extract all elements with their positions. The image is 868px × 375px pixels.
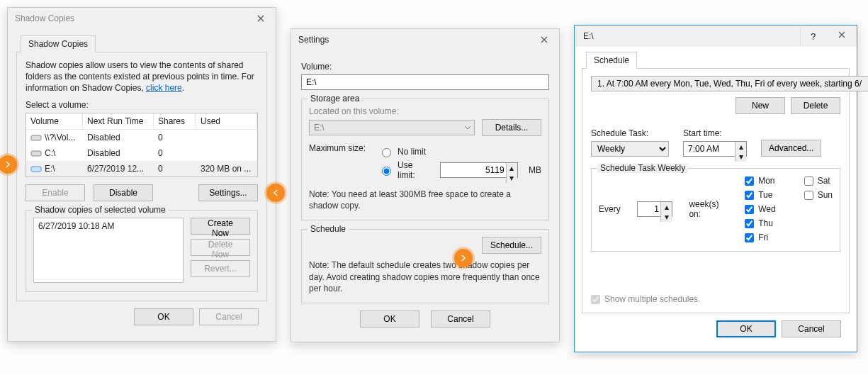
create-now-button[interactable]: Create Now [191,218,250,235]
callout-marker-schedule [454,249,473,267]
tab-schedule[interactable]: Schedule [586,52,637,69]
enable-button[interactable]: Enable [26,184,85,201]
day-sat[interactable]: Sat [804,176,833,186]
shadow-copies-dialog: Shadow Copies Shadow Copies Shadow copie… [7,7,276,342]
start-time-spinner[interactable]: ▴▾ [683,141,747,157]
intro-part1: Shadow copies allow users to view the co… [26,60,254,93]
cell-vol: \\?\Vol... [45,133,75,142]
close-icon[interactable] [249,11,273,26]
cell-nrt: Disabled [83,145,154,161]
settings-dialog: Settings Volume: Storage area Located on… [291,28,560,342]
size-spinner[interactable]: ▴▾ [440,162,518,178]
ok-button[interactable]: OK [716,320,776,337]
cell-vol: C:\ [45,148,55,158]
spin-down-icon[interactable]: ▾ [660,212,672,222]
selected-volume-group: Shadow copies of selected volume 6/27/20… [26,210,258,292]
table-header: Volume Next Run Time Shares Used [26,113,257,130]
new-button[interactable]: New [735,97,785,114]
revert-button[interactable]: Revert... [191,260,250,277]
schedule-button[interactable]: Schedule... [482,237,541,254]
no-limit-label: No limit [398,147,426,157]
drive-icon [30,133,42,142]
snapshot-list[interactable]: 6/27/2019 10:18 AM [33,218,184,283]
day-mon[interactable]: Mon [745,176,775,186]
cell-sh: 0 [154,145,196,161]
drive-icon [30,164,42,173]
task-label: Schedule Task: [591,128,669,138]
titlebar: Settings [291,29,559,50]
multi-label: Show multiple schedules. [604,294,700,304]
advanced-button[interactable]: Advanced... [761,140,821,157]
storage-note: Note: You need at least 300MB free space… [309,189,541,211]
day-tue[interactable]: Tue [745,190,775,200]
located-label: Located on this volume: [309,106,541,116]
volume-table: Volume Next Run Time Shares Used \\?\Vol… [26,113,258,177]
max-size-label: Maximum size: [309,143,371,153]
use-limit-label: Use limit: [398,160,429,180]
show-multiple-check[interactable]: Show multiple schedules. [591,294,840,304]
select-volume-label: Select a volume: [26,100,258,110]
ok-button[interactable]: OK [360,310,419,328]
day-thu[interactable]: Thu [745,218,775,228]
cancel-button[interactable]: Cancel [782,320,841,337]
spin-up-icon[interactable]: ▴ [735,142,746,152]
cancel-button[interactable]: Cancel [431,310,490,328]
table-row[interactable]: E:\ 6/27/2019 12... 0 320 MB on ... [26,161,257,177]
window-title: Settings [298,35,329,45]
delete-button[interactable]: Delete [791,97,840,114]
start-label: Start time: [683,128,747,138]
task-select[interactable]: Weekly [591,141,669,157]
callout-marker-settings [266,184,285,202]
snapshot-item[interactable]: 6/27/2019 10:18 AM [38,221,179,231]
schedule-group: Schedule Schedule... Note: The default s… [301,229,549,303]
group-title: Shadow copies of selected volume [32,205,169,215]
spin-up-icon[interactable]: ▴ [506,163,517,173]
col-used[interactable]: Used [196,113,257,129]
details-button[interactable]: Details... [482,119,541,136]
cell-used: 320 MB on ... [196,161,257,177]
col-volume[interactable]: Volume [26,113,83,129]
weeks-on-label: week(s) on: [689,199,731,219]
day-sun[interactable]: Sun [804,190,833,200]
chevron-down-icon [464,124,471,131]
drive-icon [30,149,42,157]
located-value: E:\ [314,123,325,133]
click-here-link[interactable]: click here [146,83,182,93]
table-row[interactable]: \\?\Vol... Disabled 0 [26,130,257,145]
settings-button[interactable]: Settings... [198,184,258,201]
no-limit-radio[interactable]: No limit [378,146,541,157]
spin-down-icon[interactable]: ▾ [735,152,746,162]
every-spinner[interactable]: ▴▾ [637,201,672,217]
tab-shadow-copies[interactable]: Shadow Copies [21,35,96,52]
cell-used [196,150,257,156]
tabstrip: Schedule [582,51,850,69]
day-wed[interactable]: Wed [745,204,775,214]
titlebar: Shadow Copies [8,8,276,29]
storage-area-group: Storage area Located on this volume: E:\… [301,99,549,220]
tabstrip: Shadow Copies [16,35,267,52]
spin-up-icon[interactable]: ▴ [660,202,672,212]
delete-now-button[interactable]: Delete Now [191,239,250,256]
cell-sh: 0 [154,161,196,177]
table-row[interactable]: C:\ Disabled 0 [26,145,257,161]
ok-button[interactable]: OK [134,308,193,325]
col-nextrun[interactable]: Next Run Time [83,113,154,129]
close-icon[interactable] [532,32,556,47]
cancel-button[interactable]: Cancel [199,308,259,325]
cell-sh: 0 [154,130,196,145]
help-button[interactable]: ? [800,27,825,45]
group-title: Schedule [308,224,349,234]
spin-down-icon[interactable]: ▾ [506,173,517,183]
volume-label: Volume: [301,62,549,72]
schedule-note: Note: The default schedule creates two s… [309,259,541,294]
located-volume-select: E:\ [309,120,475,135]
close-icon[interactable] [827,27,857,43]
svg-rect-2 [31,167,41,172]
svg-rect-0 [31,135,41,140]
use-limit-radio[interactable]: Use limit: ▴▾ MB [378,160,541,180]
cell-used [196,135,257,140]
disable-button[interactable]: Disable [94,184,153,201]
schedule-summary-select[interactable]: 1. At 7:00 AM every Mon, Tue, Wed, Thu, … [591,76,868,91]
col-shares[interactable]: Shares [154,113,196,129]
day-fri[interactable]: Fri [745,233,775,242]
